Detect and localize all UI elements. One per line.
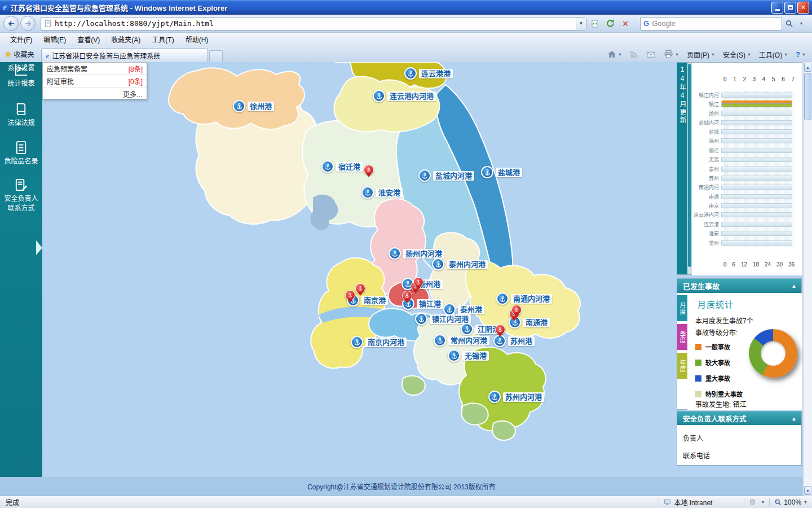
tab-title: 江苏省港口安全监管与应急管理系统 [52, 51, 160, 60]
sidebar-selected-arrow-icon [36, 240, 42, 255]
sidebar-item[interactable]: 安全负责人联系方式 [0, 177, 42, 213]
favorites-button[interactable]: ★ 收藏夹 [0, 47, 39, 62]
incident-pin-icon [345, 290, 355, 300]
accident-period-tab[interactable]: 年度 [677, 353, 687, 379]
more-link[interactable]: 更多... [43, 87, 147, 99]
collapse-up-icon[interactable]: ▲ [791, 283, 797, 289]
compatibility-view-button[interactable] [588, 17, 602, 30]
sidebar-item[interactable]: 统计报表 [0, 62, 42, 89]
stop-button[interactable]: ✕ [619, 17, 632, 30]
collapse-up-icon[interactable]: ▲ [791, 415, 797, 422]
chart-category-label: 镇江内河 [692, 91, 721, 99]
forward-button[interactable] [20, 16, 36, 31]
chart-category-label: 南通 [692, 193, 721, 200]
axis-tick-label: 36 [788, 261, 795, 268]
legend-label: 较大事故 [705, 358, 730, 367]
port-label: 扬州内河港 [403, 249, 444, 259]
chevron-down-icon: ▼ [802, 52, 806, 56]
feeds-button[interactable] [627, 49, 641, 60]
port-marker[interactable]: 南京内河港 [351, 336, 407, 348]
zone-label: 本地 Intranet [674, 497, 712, 507]
axis-tick-label: 4 [762, 76, 766, 82]
accident-panel-header[interactable]: 已发生事故 ▲ [677, 279, 801, 293]
quick-panel: 应急预案备案 [8条] 附证审批 [0条] 更多... [42, 62, 147, 99]
safety-menu-button[interactable]: 安全(S) ▼ [720, 49, 754, 60]
help-button[interactable]: ? ▼ [793, 49, 809, 60]
chevron-down-icon[interactable]: ▼ [761, 500, 765, 504]
chart-bar-track [721, 120, 792, 125]
sidebar-item-label: 联系方式 [0, 204, 42, 213]
sidebar-item[interactable]: 法律法规 [0, 102, 42, 128]
maximize-button[interactable] [784, 2, 796, 14]
chevron-down-icon: ▼ [747, 52, 751, 56]
status-text: 完成 [0, 497, 659, 507]
minimize-button[interactable] [771, 2, 783, 14]
axis-tick-label: 18 [753, 261, 759, 268]
accident-period-tab[interactable]: 季度 [677, 324, 687, 350]
back-button[interactable] [3, 16, 19, 31]
home-button[interactable]: ▼ [604, 49, 625, 60]
address-field[interactable]: http://localhost:8080/yjpt/Main.html ▼ [41, 17, 586, 30]
accident-period-tab[interactable]: 月度 [677, 295, 687, 321]
menu-item[interactable]: 查看(V) [72, 33, 105, 46]
chart-bar-track [721, 194, 792, 199]
quick-panel-row[interactable]: 附证审批 [0条] [43, 75, 147, 87]
sidebar-item-label: 危险品名录 [0, 157, 42, 167]
contact-panel-header[interactable]: 安全负责人联系方式 ▲ [677, 411, 801, 425]
port-marker[interactable]: 宿迁港 [321, 160, 363, 173]
read-mail-button[interactable] [643, 49, 659, 60]
chart-bar-track [721, 185, 792, 190]
port-marker[interactable]: 泰州内河港 [432, 258, 488, 270]
page-menu-label: 页面(P) [687, 50, 709, 59]
protected-mode-icon[interactable] [749, 498, 756, 506]
new-tab-stub[interactable] [209, 50, 223, 62]
port-marker[interactable]: 徐州港 [233, 100, 274, 112]
port-marker[interactable]: 连云港港 [404, 67, 453, 80]
menu-bar: 文件(F)编辑(E)查看(V)收藏夹(A)工具(T)帮助(H) [0, 33, 812, 46]
print-button[interactable]: ▼ [661, 49, 682, 60]
search-dropdown-button[interactable]: ▼ [796, 17, 807, 30]
scroll-up-button[interactable]: ▲ [804, 63, 811, 72]
port-marker[interactable]: 南通内河港 [496, 292, 552, 305]
menu-item[interactable]: 收藏夹(A) [105, 33, 146, 46]
zoom-control[interactable]: 100% ▼ [774, 498, 807, 506]
chart-scrollbar[interactable] [687, 63, 692, 274]
port-marker[interactable]: 盐城内河港 [418, 169, 474, 182]
axis-tick-label: 12 [741, 261, 747, 268]
chart-row: 宿迁 [692, 146, 795, 154]
chart-row: 镇江 [692, 100, 795, 108]
address-dropdown-button[interactable]: ▼ [576, 17, 586, 30]
chart-area: 01234567 镇江内河镇江扬州盐城内河盐城徐州宿迁无锡泰州苏州南通内河南通南… [692, 63, 802, 275]
port-marker[interactable]: 常州内河港 [434, 334, 489, 347]
search-button[interactable] [783, 17, 795, 30]
anchor-icon [488, 391, 501, 403]
search-box[interactable]: G Google [640, 17, 782, 30]
port-label: 苏州港 [508, 336, 535, 346]
port-marker[interactable]: 盐城港 [481, 166, 522, 178]
sidebar-item[interactable]: 危险品名录 [0, 140, 42, 167]
menu-item[interactable]: 编辑(E) [38, 33, 72, 46]
statusbar-separator [769, 498, 770, 506]
scrollbar-thumb[interactable] [804, 73, 811, 120]
chart-row: 常州 [692, 239, 795, 247]
port-marker[interactable]: 淮安港 [361, 186, 403, 199]
refresh-button[interactable] [603, 17, 617, 30]
port-marker[interactable]: 无锡港 [448, 349, 489, 362]
tools-menu-button[interactable]: 工具(O) ▼ [756, 49, 791, 60]
quick-panel-row[interactable]: 应急预案备案 [8条] [43, 63, 147, 75]
menu-item[interactable]: 文件(F) [5, 33, 38, 46]
active-tab[interactable]: e 江苏省港口安全监管与应急管理系统 [41, 49, 208, 62]
menu-item[interactable]: 工具(T) [146, 33, 179, 46]
scroll-down-button[interactable]: ▼ [804, 486, 811, 495]
close-button[interactable]: ✕ [797, 2, 809, 14]
page-menu-button[interactable]: 页面(P) ▼ [684, 49, 718, 60]
chart-category-label: 镇江 [692, 100, 721, 108]
menu-item[interactable]: 帮助(H) [180, 33, 214, 46]
port-marker[interactable]: 连云港内河港 [373, 90, 436, 102]
port-marker[interactable]: 苏州内河港 [488, 391, 544, 403]
update-label-strip: 14年4月更新 [677, 63, 687, 274]
chart-row: 南通 [692, 192, 795, 200]
vertical-scrollbar[interactable]: ▲ ▼ [803, 62, 812, 496]
port-label: 连云港内河港 [387, 91, 436, 101]
anchor-icon [321, 160, 334, 173]
